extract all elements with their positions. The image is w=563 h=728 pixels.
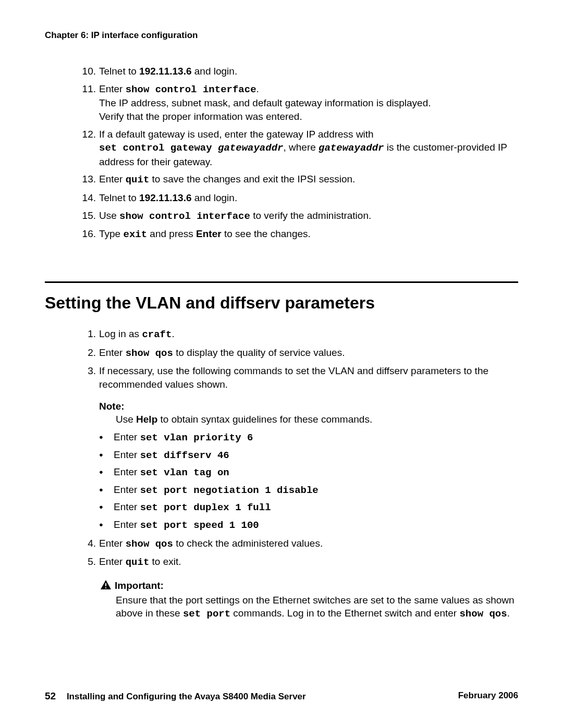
command-text: craft: [142, 329, 172, 340]
bullet-text: Enter: [114, 484, 140, 495]
step-text: Enter: [99, 556, 126, 567]
procedure-b-list: 1. Log in as craft. 2. Enter show qos to…: [80, 327, 518, 391]
bullet-text: Enter: [114, 519, 140, 530]
step-text: If a default gateway is used, enter the …: [99, 129, 374, 140]
step-text: Telnet to: [99, 192, 139, 203]
section-divider: [45, 281, 518, 283]
step-text: .: [172, 328, 174, 339]
step-12: 12. If a default gateway is used, enter …: [80, 128, 518, 169]
important-text: .: [507, 608, 510, 619]
important-text: commands. Log in to the Ethernet switch …: [230, 608, 459, 619]
step-15: 15. Use show control interface to verify…: [80, 209, 518, 224]
command-text: set port: [183, 608, 230, 620]
procedure-b-list-cont: 4. Enter show qos to check the administe…: [80, 537, 518, 570]
ip-address: 192.11.13.6: [139, 192, 191, 203]
key-name: Enter: [196, 228, 222, 239]
step-text: Type: [99, 228, 123, 239]
variable-text: gatewayaddr: [319, 142, 384, 154]
step-text: to exit.: [149, 556, 181, 567]
note-block: Note: Use Help to obtain syntax guidelin…: [80, 400, 518, 426]
command-text: set port speed 1 100: [140, 520, 259, 531]
help-keyword: Help: [136, 414, 157, 425]
bullet-item: Enter set vlan tag on: [99, 465, 518, 480]
step-text: to display the quality of service values…: [173, 347, 345, 358]
warning-icon: [100, 579, 112, 594]
bullet-text: Enter: [114, 431, 140, 442]
command-text: set vlan priority 6: [140, 432, 253, 443]
step-text: If necessary, use the following commands…: [99, 365, 488, 390]
bullet-item: Enter set port speed 1 100: [99, 518, 518, 533]
command-text: set diffserv 46: [140, 450, 229, 461]
step-b3: 3. If necessary, use the following comma…: [80, 364, 518, 391]
note-label: Note:: [99, 400, 518, 413]
svg-rect-2: [105, 587, 106, 588]
bullet-item: Enter set port duplex 1 full: [99, 500, 518, 515]
bullet-text: Enter: [114, 466, 140, 477]
step-number: 16.: [80, 227, 96, 241]
bullet-item: Enter set port negotiation 1 disable: [99, 483, 518, 498]
footer-date: February 2006: [458, 690, 518, 702]
important-body: Ensure that the port settings on the Eth…: [116, 594, 518, 621]
step-number: 15.: [80, 209, 96, 223]
chapter-header: Chapter 6: IP interface configuration: [45, 30, 518, 41]
step-text: Enter: [99, 83, 126, 94]
note-body: Use Help to obtain syntax guidelines for…: [116, 413, 518, 426]
step-text: Enter: [99, 347, 126, 358]
command-text: set port negotiation 1 disable: [140, 485, 319, 496]
command-text: show qos: [126, 538, 173, 550]
step-10: 10. Telnet to 192.11.13.6 and login.: [80, 65, 518, 78]
command-text: show qos: [459, 608, 507, 620]
step-number: 3.: [80, 364, 96, 378]
page-footer: 52 Installing and Configuring the Avaya …: [45, 690, 518, 702]
note-text: to obtain syntax guidelines for these co…: [157, 414, 372, 425]
section-heading: Setting the VLAN and diffserv parameters: [45, 293, 518, 313]
variable-text: gatewayaddr: [218, 142, 283, 154]
svg-rect-1: [105, 583, 106, 586]
step-b1: 1. Log in as craft.: [80, 327, 518, 342]
step-11: 11. Enter show control interface. The IP…: [80, 82, 518, 124]
step-text: and login.: [191, 66, 237, 77]
note-text: Use: [116, 414, 136, 425]
step-13: 13. Enter quit to save the changes and e…: [80, 172, 518, 187]
step-b4: 4. Enter show qos to check the administe…: [80, 537, 518, 551]
step-number: 4.: [80, 537, 96, 550]
important-heading: Important:: [116, 579, 518, 594]
bullet-item: Enter set diffserv 46: [99, 448, 518, 463]
command-text: exit: [123, 229, 147, 240]
bullet-list: Enter set vlan priority 6 Enter set diff…: [99, 430, 518, 533]
step-number: 5.: [80, 555, 96, 569]
important-label: Important:: [115, 580, 164, 591]
step-text: .: [256, 83, 259, 94]
procedure-a-list: 10. Telnet to 192.11.13.6 and login. 11.…: [80, 65, 518, 242]
step-text: to see the changes.: [222, 228, 311, 239]
step-text: Enter: [99, 538, 126, 549]
step-number: 10.: [80, 65, 96, 78]
footer-title: Installing and Configuring the Avaya S84…: [67, 692, 306, 701]
command-text: quit: [126, 174, 150, 186]
step-number: 1.: [80, 327, 96, 341]
step-text: Enter: [99, 174, 126, 184]
bullet-text: Enter: [114, 501, 140, 512]
step-text: Verify that the proper information was e…: [99, 111, 302, 122]
command-text: set control gateway: [99, 142, 218, 154]
step-text: The IP address, subnet mask, and default…: [99, 97, 431, 108]
command-text: show control interface: [126, 84, 256, 95]
important-block: Important: Ensure that the port settings…: [116, 579, 518, 621]
step-16: 16. Type exit and press Enter to see the…: [80, 227, 518, 242]
command-text: show qos: [126, 348, 173, 359]
page-number: 52: [45, 690, 56, 701]
step-number: 12.: [80, 128, 96, 141]
command-text: quit: [126, 557, 150, 568]
ip-address: 192.11.13.6: [139, 66, 191, 77]
bullet-text: Enter: [114, 449, 140, 460]
step-text: and login.: [191, 192, 237, 203]
step-b2: 2. Enter show qos to display the quality…: [80, 346, 518, 361]
step-14: 14. Telnet to 192.11.13.6 and login.: [80, 191, 518, 205]
step-text: Log in as: [99, 328, 142, 339]
step-text: Telnet to: [99, 66, 139, 77]
step-b5: 5. Enter quit to exit.: [80, 555, 518, 570]
step-number: 2.: [80, 346, 96, 360]
step-number: 13.: [80, 172, 96, 186]
step-text: to save the changes and exit the IPSI se…: [149, 174, 355, 184]
step-text: , where: [283, 142, 319, 153]
